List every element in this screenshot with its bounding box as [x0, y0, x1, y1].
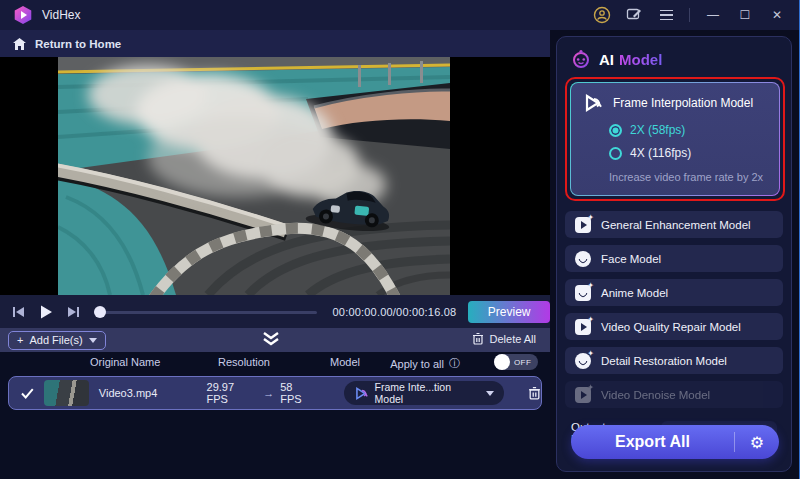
model-detail-restoration[interactable]: ✦ Detail Restoration Model: [565, 347, 783, 374]
collapse-panel-icon[interactable]: [262, 332, 280, 346]
radio-4x-label: 4X (116fps): [630, 146, 691, 160]
table-row[interactable]: Video3.mp4 29.97 FPS → 58 FPS Frame Inte…: [8, 376, 542, 410]
model-label: General Enhancement Model: [601, 219, 751, 231]
annotation-highlight: Frame Interpolation Model 2X (58fps) 4X …: [565, 77, 785, 201]
chevron-down-icon: [486, 391, 494, 396]
model-face[interactable]: Face Model: [565, 245, 783, 272]
model-general-enhancement[interactable]: ✦ General Enhancement Model: [565, 211, 783, 238]
seek-track[interactable]: [94, 311, 317, 314]
fps-to: 58 FPS: [280, 381, 316, 405]
file-toolbar: + Add File(s) Delete All: [0, 328, 550, 352]
radio-4x[interactable]: 4X (116fps): [609, 146, 767, 160]
plus-icon: +: [17, 334, 23, 346]
add-files-label: Add File(s): [29, 334, 82, 346]
seek-slider[interactable]: [94, 306, 317, 318]
toggle-knob: [494, 354, 510, 370]
account-icon[interactable]: [593, 6, 611, 24]
model-anime[interactable]: ✦ Anime Model: [565, 279, 783, 306]
add-files-button[interactable]: + Add File(s): [8, 331, 106, 350]
radio-unselected-icon: [609, 147, 622, 160]
close-button[interactable]: ✕: [768, 6, 786, 24]
row-delete-icon[interactable]: [528, 386, 541, 400]
model-list: ✦ General Enhancement Model Face Model ✦…: [565, 211, 783, 408]
app-logo-icon: [14, 6, 32, 24]
titlebar-separator: [689, 8, 690, 22]
timecode: 00:00:00.00/00:00:16.08: [333, 306, 457, 318]
col-resolution: Resolution: [218, 356, 270, 368]
preview-button[interactable]: Preview: [468, 301, 550, 323]
model-video-denoise: ✦ Video Denoise Model: [565, 381, 783, 408]
export-all-button[interactable]: Export All ⚙: [571, 425, 779, 459]
panel-title-model: Model: [619, 51, 662, 68]
model-label: Video Denoise Model: [601, 389, 710, 401]
radio-2x-label: 2X (58fps): [630, 123, 685, 137]
export-all-label: Export All: [571, 433, 734, 451]
feedback-icon[interactable]: [625, 6, 643, 24]
video-thumbnail: [44, 380, 89, 406]
interpolation-hint: Increase video frame rate by 2x: [609, 171, 767, 183]
anime-icon: ✦: [575, 285, 591, 301]
video-frame[interactable]: [58, 57, 450, 295]
repair-icon: ✦: [575, 319, 591, 335]
panel-title-ai: AI: [599, 51, 614, 68]
home-icon: [12, 37, 27, 51]
delete-all-label: Delete All: [490, 333, 536, 345]
row-model-label: Frame Inte...tion Model: [375, 381, 480, 405]
row-model-dropdown[interactable]: Frame Inte...tion Model: [344, 381, 504, 405]
col-model: Model: [330, 356, 360, 368]
breadcrumb-bar[interactable]: Return to Home: [0, 30, 550, 57]
minimize-button[interactable]: —: [704, 6, 722, 24]
video-scene: [58, 57, 450, 295]
model-label: Face Model: [601, 253, 661, 265]
enhancement-icon: ✦: [575, 217, 591, 233]
video-player: [0, 57, 550, 295]
interpolation-icon: [354, 386, 369, 401]
info-icon[interactable]: ⓘ: [449, 356, 460, 371]
model-label: Anime Model: [601, 287, 668, 299]
face-icon: [575, 251, 591, 267]
fps-arrow: →: [263, 387, 274, 399]
gear-icon[interactable]: ⚙: [735, 433, 779, 452]
toggle-state: OFF: [514, 358, 531, 367]
ai-model-panel: AI Model Frame Interpolation Model 2X (5…: [556, 36, 792, 472]
delete-all-button[interactable]: Delete All: [472, 332, 536, 345]
table-header: Original Name Resolution Model Apply to …: [0, 352, 550, 374]
file-table: Original Name Resolution Model Apply to …: [0, 352, 550, 479]
play-icon[interactable]: [38, 304, 54, 320]
menu-icon[interactable]: [657, 6, 675, 24]
previous-frame-icon[interactable]: [12, 305, 26, 319]
interpolation-icon: [583, 93, 603, 113]
interpolation-title: Frame Interpolation Model: [613, 96, 753, 110]
radio-2x[interactable]: 2X (58fps): [609, 123, 767, 137]
frame-interpolation-card[interactable]: Frame Interpolation Model 2X (58fps) 4X …: [570, 82, 780, 196]
trash-icon: [472, 332, 484, 345]
panel-header: AI Model: [571, 49, 791, 69]
file-name: Video3.mp4: [99, 387, 207, 399]
restoration-icon: ✦: [575, 353, 591, 369]
app-title: VidHex: [42, 8, 80, 22]
apply-to-all-label: Apply to all: [390, 358, 444, 370]
next-frame-icon[interactable]: [66, 305, 80, 319]
model-label: Detail Restoration Model: [601, 355, 727, 367]
maximize-button[interactable]: ☐: [736, 6, 754, 24]
seek-knob[interactable]: [94, 306, 106, 318]
denoise-icon: ✦: [575, 387, 591, 403]
col-original-name: Original Name: [90, 356, 160, 368]
playback-controls: 00:00:00.00/00:00:16.08 Preview: [0, 295, 550, 328]
check-icon: [21, 388, 34, 399]
return-home-label: Return to Home: [35, 38, 121, 50]
model-quality-repair[interactable]: ✦ Video Quality Repair Model: [565, 313, 783, 340]
fps-from: 29.97 FPS: [207, 381, 258, 405]
model-label: Video Quality Repair Model: [601, 321, 741, 333]
radio-selected-icon: [609, 124, 622, 137]
robot-icon: [571, 49, 591, 69]
chevron-down-icon: [89, 338, 97, 343]
title-bar: VidHex — ☐ ✕: [0, 0, 800, 30]
apply-to-all-toggle[interactable]: OFF: [494, 354, 538, 370]
